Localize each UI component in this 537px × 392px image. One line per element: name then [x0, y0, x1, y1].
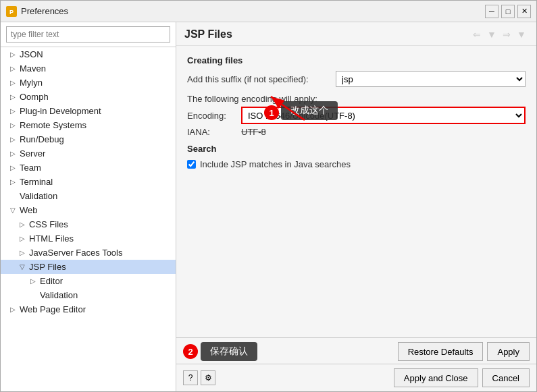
window-title: Preferences: [21, 6, 485, 16]
sidebar-item-label-server: Server: [20, 148, 45, 159]
apply-close-wrapper: Apply and Close: [394, 368, 478, 387]
title-bar: P Preferences ─ □ ✕: [1, 1, 536, 22]
search-section: Search Include JSP matches in Java searc…: [187, 144, 526, 169]
iana-value: UTF-8: [241, 127, 266, 137]
expand-icon-webpageeditor: ▷: [10, 306, 17, 313]
sidebar-item-webpageeditor[interactable]: ▷ Web Page Editor: [1, 302, 176, 316]
sidebar-item-label-web: Web: [20, 205, 38, 215]
expand-icon-terminal: ▷: [10, 178, 17, 186]
sidebar-item-label-terminal: Terminal: [20, 177, 53, 187]
sidebar-item-maven[interactable]: ▷ Maven: [1, 61, 176, 76]
right-panel: JSP Files ⇐ ▼ ⇒ ▼ Creating files Add thi…: [176, 22, 536, 391]
apply-and-close-button[interactable]: Apply and Close: [394, 368, 478, 387]
nav-back-dropdown[interactable]: ▼: [485, 28, 498, 41]
main-area: ▷ JSON ▷ Maven ▷ Mylyn ▷ Oomph ▷ Plug-: [1, 22, 536, 391]
sidebar-item-editor[interactable]: ▷ Editor: [1, 274, 176, 288]
nav-back-button[interactable]: ⇐: [470, 28, 484, 41]
close-button[interactable]: ✕: [517, 5, 531, 18]
apply-button[interactable]: Apply: [487, 342, 530, 361]
expand-icon-team: ▷: [10, 164, 17, 171]
creating-files-label: Creating files: [187, 55, 526, 65]
footer-right-buttons: Apply and Close Cancel: [394, 368, 530, 387]
jsp-matches-checkbox[interactable]: [187, 160, 196, 169]
bottom-annotation-container: 2 保存确认 Restore Defaults Apply: [183, 342, 530, 361]
sidebar-item-label-webpageeditor: Web Page Editor: [20, 304, 86, 314]
sidebar-item-oomph[interactable]: ▷ Oomph: [1, 90, 176, 104]
sidebar-item-label-validation2: Validation: [40, 290, 78, 300]
expand-icon-jsf: ▷: [20, 249, 26, 256]
help-button[interactable]: ?: [183, 370, 198, 385]
iana-label: IANA:: [187, 127, 241, 137]
sidebar: ▷ JSON ▷ Maven ▷ Mylyn ▷ Oomph ▷ Plug-: [1, 22, 176, 391]
nav-forward-button[interactable]: ⇒: [500, 28, 513, 41]
expand-icon-json: ▷: [10, 51, 17, 58]
content-body: Creating files Add this suffix (if not s…: [176, 46, 536, 337]
sidebar-item-remote[interactable]: ▷ Remote Systems: [1, 118, 176, 132]
nav-arrows: ⇐ ▼ ⇒ ▼: [470, 28, 528, 41]
restore-apply-row: 2 保存确认 Restore Defaults Apply: [176, 337, 536, 364]
expand-icon-maven: ▷: [10, 65, 17, 72]
checkbox-row: Include JSP matches in Java searches: [187, 159, 526, 169]
maximize-button[interactable]: □: [501, 5, 515, 18]
sidebar-item-label-plugin: Plug-in Development: [20, 106, 101, 116]
sidebar-item-jspfiles[interactable]: ▽ JSP Files: [1, 260, 176, 274]
expand-icon-validation2: [30, 291, 37, 299]
search-label: Search: [187, 144, 526, 154]
sidebar-item-plugin[interactable]: ▷ Plug-in Development: [1, 104, 176, 118]
minimize-button[interactable]: ─: [485, 5, 498, 18]
suffix-label: Add this suffix (if not specified):: [187, 74, 336, 84]
sidebar-item-label-maven: Maven: [20, 63, 46, 74]
expand-icon-mylyn: ▷: [10, 79, 17, 86]
preferences-window: P Preferences ─ □ ✕ ▷ JSON ▷ M: [0, 0, 537, 392]
sidebar-item-label-editor: Editor: [40, 276, 63, 286]
sidebar-item-label-json: JSON: [20, 49, 43, 59]
iana-row: IANA: UTF-8: [187, 127, 526, 137]
expand-icon-cssfiles: ▷: [20, 221, 26, 228]
sidebar-item-team[interactable]: ▷ Team: [1, 161, 176, 175]
expand-icon-editor: ▷: [30, 277, 37, 285]
expand-icon-web: ▽: [10, 206, 17, 214]
annotation-bubble-2: 保存确认: [201, 342, 257, 361]
expand-icon-rundebug: ▷: [10, 136, 17, 143]
sidebar-item-server[interactable]: ▷ Server: [1, 146, 176, 161]
settings-button[interactable]: ⚙: [201, 370, 215, 385]
annotation-bubble-1: 改成这个: [281, 101, 338, 120]
expand-icon-plugin: ▷: [10, 107, 17, 115]
encoding-section-row: The following encoding will apply:: [187, 94, 526, 104]
sidebar-item-web[interactable]: ▽ Web: [1, 203, 176, 217]
sidebar-item-jsf[interactable]: ▷ JavaServer Faces Tools: [1, 246, 176, 260]
expand-icon-jspfiles: ▽: [20, 263, 26, 271]
annotation-circle-2: 2: [183, 344, 198, 359]
expand-icon-oomph: ▷: [10, 93, 17, 101]
search-box: [1, 22, 176, 47]
sidebar-item-validation[interactable]: Validation: [1, 189, 176, 203]
checkbox-label: Include JSP matches in Java searches: [200, 159, 351, 169]
svg-text:P: P: [9, 9, 14, 16]
sidebar-item-rundebug[interactable]: ▷ Run/Debug: [1, 132, 176, 146]
sidebar-item-label-validation: Validation: [20, 191, 57, 201]
annotation-circle-1: 1: [264, 105, 279, 120]
sidebar-item-label-jspfiles: JSP Files: [29, 262, 66, 272]
sidebar-item-label-mylyn: Mylyn: [20, 78, 43, 88]
sidebar-item-json[interactable]: ▷ JSON: [1, 47, 176, 61]
restore-defaults-button[interactable]: Restore Defaults: [398, 342, 484, 361]
nav-forward-dropdown[interactable]: ▼: [515, 28, 528, 41]
apply-close-row: ? ⚙ Apply and Close Cancel: [176, 364, 536, 391]
expand-icon-validation: [10, 192, 17, 200]
content-header: JSP Files ⇐ ▼ ⇒ ▼: [176, 22, 536, 46]
expand-icon-server: ▷: [10, 150, 17, 157]
sidebar-item-htmlfiles[interactable]: ▷ HTML Files: [1, 231, 176, 246]
footer-left-icons: ? ⚙: [183, 370, 215, 385]
sidebar-item-mylyn[interactable]: ▷ Mylyn: [1, 76, 176, 90]
suffix-select[interactable]: jsp: [336, 71, 526, 87]
window-controls: ─ □ ✕: [485, 5, 531, 18]
tree-area: ▷ JSON ▷ Maven ▷ Mylyn ▷ Oomph ▷ Plug-: [1, 47, 176, 391]
app-icon: P: [6, 6, 17, 17]
sidebar-item-terminal[interactable]: ▷ Terminal: [1, 175, 176, 189]
expand-icon-remote: ▷: [10, 121, 17, 129]
sidebar-item-validation2[interactable]: Validation: [1, 288, 176, 302]
cancel-button[interactable]: Cancel: [482, 368, 530, 387]
sidebar-item-label-remote: Remote Systems: [20, 120, 86, 130]
search-input[interactable]: [6, 26, 170, 43]
sidebar-item-cssfiles[interactable]: ▷ CSS Files: [1, 217, 176, 231]
